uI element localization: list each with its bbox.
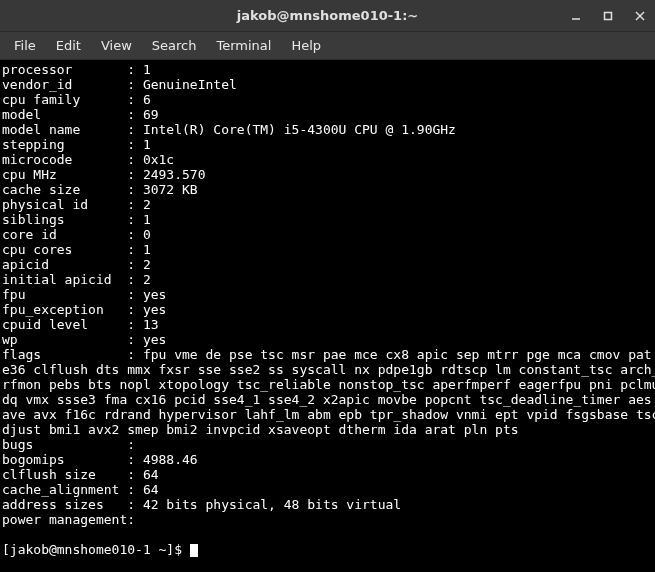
cpuinfo-row: cpuid level : 13: [2, 317, 653, 332]
cpuinfo-row: stepping : 1: [2, 137, 653, 152]
minimize-icon[interactable]: [569, 9, 583, 23]
window-controls: [569, 9, 647, 23]
prompt-text: [jakob@mnshome010-1 ~]$: [2, 542, 190, 557]
menubar: File Edit View Search Terminal Help: [0, 32, 655, 60]
cursor-block: [190, 544, 198, 557]
cpuinfo-row: processor : 1: [2, 62, 653, 77]
cpuinfo-row: apicid : 2: [2, 257, 653, 272]
cpuinfo-row: cache size : 3072 KB: [2, 182, 653, 197]
close-icon[interactable]: [633, 9, 647, 23]
cpuinfo-row: wp : yes: [2, 332, 653, 347]
window-title: jakob@mnshome010-1:~: [237, 8, 419, 23]
cpuinfo-row: dq vmx ssse3 fma cx16 pcid sse4_1 sse4_2…: [2, 392, 653, 407]
cpuinfo-row: siblings : 1: [2, 212, 653, 227]
svg-rect-1: [605, 12, 612, 19]
cpuinfo-row: bugs :: [2, 437, 653, 452]
cpuinfo-row: cpu cores : 1: [2, 242, 653, 257]
cpuinfo-row: model name : Intel(R) Core(TM) i5-4300U …: [2, 122, 653, 137]
cpuinfo-row: fpu_exception : yes: [2, 302, 653, 317]
cpuinfo-row: flags : fpu vme de pse tsc msr pae mce c…: [2, 347, 653, 362]
cpuinfo-row: address sizes : 42 bits physical, 48 bit…: [2, 497, 653, 512]
cpuinfo-row: ave avx f16c rdrand hypervisor lahf_lm a…: [2, 407, 653, 422]
terminal-output[interactable]: processor : 1vendor_id : GenuineIntelcpu…: [0, 60, 655, 572]
cpuinfo-row: physical id : 2: [2, 197, 653, 212]
cpuinfo-row: cpu family : 6: [2, 92, 653, 107]
cpuinfo-row: djust bmi1 avx2 smep bmi2 invpcid xsaveo…: [2, 422, 653, 437]
menu-terminal[interactable]: Terminal: [206, 34, 281, 57]
cpuinfo-row: microcode : 0x1c: [2, 152, 653, 167]
cpuinfo-row: cpu MHz : 2493.570: [2, 167, 653, 182]
cpuinfo-row: core id : 0: [2, 227, 653, 242]
cpuinfo-row: fpu : yes: [2, 287, 653, 302]
cpuinfo-row: initial apicid : 2: [2, 272, 653, 287]
maximize-icon[interactable]: [601, 9, 615, 23]
menu-view[interactable]: View: [91, 34, 142, 57]
menu-search[interactable]: Search: [142, 34, 207, 57]
cpuinfo-row: vendor_id : GenuineIntel: [2, 77, 653, 92]
blank-line: [2, 527, 653, 542]
menu-file[interactable]: File: [4, 34, 46, 57]
prompt-line: [jakob@mnshome010-1 ~]$: [2, 542, 653, 557]
titlebar: jakob@mnshome010-1:~: [0, 0, 655, 32]
cpuinfo-row: model : 69: [2, 107, 653, 122]
cpuinfo-row: clflush size : 64: [2, 467, 653, 482]
cpuinfo-row: power management:: [2, 512, 653, 527]
menu-help[interactable]: Help: [281, 34, 331, 57]
cpuinfo-row: cache_alignment : 64: [2, 482, 653, 497]
cpuinfo-row: bogomips : 4988.46: [2, 452, 653, 467]
cpuinfo-row: rfmon pebs bts nopl xtopology tsc_reliab…: [2, 377, 653, 392]
menu-edit[interactable]: Edit: [46, 34, 91, 57]
cpuinfo-row: e36 clflush dts mmx fxsr sse sse2 ss sys…: [2, 362, 653, 377]
